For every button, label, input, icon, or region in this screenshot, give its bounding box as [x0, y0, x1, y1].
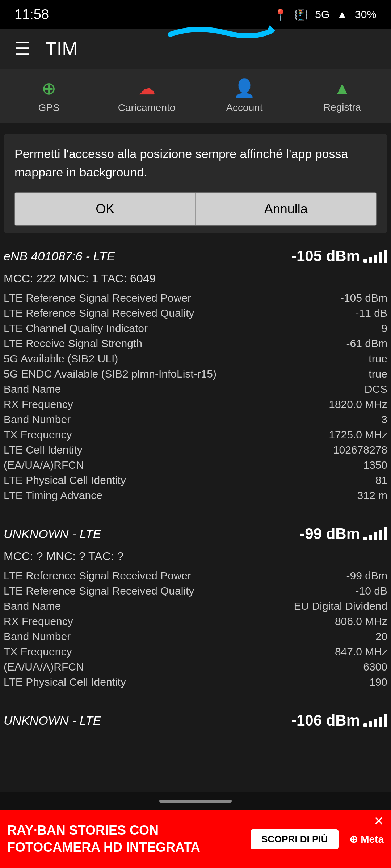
hamburger-icon[interactable]: ☰ — [14, 38, 31, 59]
cell1-header: eNB 401087:6 - LTE -105 dBm — [4, 244, 387, 268]
cell-data-label: LTE Physical Cell Identity — [4, 474, 126, 486]
cell2-header: UNKNOWN - LTE -99 dBm — [4, 522, 387, 546]
cell-data-value: -11 dB — [356, 307, 387, 319]
cell-section-2: UNKNOWN - LTE -99 dBm MCC: ? MNC: ? TAC:… — [4, 522, 387, 690]
tab-caricamento-label: Caricamento — [118, 102, 176, 114]
cell-data-value: 6300 — [363, 661, 387, 673]
cell1-data-rows: LTE Reference Signal Received Power-105 … — [4, 290, 387, 503]
cell1-title: eNB 401087:6 - LTE — [4, 249, 115, 263]
tab-gps[interactable]: ⊕ GPS — [16, 78, 81, 114]
bar5 — [384, 250, 387, 263]
ad-banner: RAY·BAN STORIES CONFOTOCAMERA HD INTEGRA… — [0, 810, 391, 868]
cell-data-value: 312 m — [357, 489, 387, 502]
cell-data-value: 847.0 MHz — [335, 646, 387, 658]
cell-data-row: LTE Physical Cell Identity190 — [4, 675, 387, 690]
signal-icon: ▲ — [337, 8, 348, 21]
tab-caricamento[interactable]: ☁ Caricamento — [114, 78, 179, 114]
bar4 — [379, 717, 382, 727]
bar3 — [374, 532, 377, 540]
annotation-arrow — [167, 22, 275, 43]
cell-data-value: 81 — [375, 474, 387, 486]
cell-data-value: 806.0 MHz — [335, 615, 387, 627]
cell-data-value: 1350 — [363, 459, 387, 471]
nav-tabs: ⊕ GPS ☁ Caricamento 👤 Account ▲ Registra — [0, 69, 391, 123]
cell-data-label: LTE Cell Identity — [4, 444, 83, 456]
cell2-data-rows: LTE Reference Signal Received Power-99 d… — [4, 568, 387, 690]
cell-data-value: 3 — [381, 413, 387, 426]
battery-label: 30% — [355, 8, 377, 21]
cell1-signal: -105 dBm — [291, 247, 387, 265]
cell1-signal-value: -105 dBm — [291, 247, 360, 265]
cell-data-label: RX Frequency — [4, 615, 73, 627]
cell-data-label: Band Name — [4, 600, 61, 612]
status-icons: 📍 📳 5G ▲ 30% — [274, 8, 377, 21]
cell-data-label: LTE Receive Signal Strength — [4, 337, 142, 350]
cell-data-row: Band Number20 — [4, 629, 387, 644]
cell-data-row: LTE Receive Signal Strength-61 dBm — [4, 336, 387, 351]
vibrate-icon: 📳 — [294, 8, 308, 21]
cell-data-row: Band NameEU Digital Dividend — [4, 599, 387, 614]
cell-data-row: RX Frequency806.0 MHz — [4, 614, 387, 629]
location-icon: 📍 — [274, 8, 287, 21]
bar1 — [363, 537, 367, 540]
app-title: TIM — [45, 38, 78, 60]
bar4 — [379, 252, 382, 263]
scopri-button[interactable]: SCOPRI DI PIÙ — [251, 829, 339, 849]
cell2-signal-value: -99 dBm — [300, 525, 360, 542]
cell-section-1: eNB 401087:6 - LTE -105 dBm MCC: 222 MNC… — [4, 244, 387, 503]
bar2 — [369, 257, 372, 263]
cell3-signal-value: -106 dBm — [291, 712, 360, 729]
cell-data-label: LTE Channel Quality Indicator — [4, 322, 148, 335]
tab-account-label: Account — [226, 102, 262, 114]
bar1 — [363, 723, 367, 727]
cell-data-value: 102678278 — [333, 444, 387, 456]
annulla-button[interactable]: Annulla — [196, 193, 377, 225]
tab-registra-label: Registra — [323, 102, 361, 113]
cell-data-row: LTE Cell Identity102678278 — [4, 442, 387, 458]
cell-data-value: 1820.0 MHz — [329, 398, 387, 410]
ad-content: RAY·BAN STORIES CONFOTOCAMERA HD INTEGRA… — [7, 822, 384, 856]
cell-data-label: (EA/UA/A)RFCN — [4, 459, 84, 471]
bar2 — [369, 535, 372, 540]
cell-data-row: (EA/UA/A)RFCN1350 — [4, 458, 387, 473]
cell-data-row: 5G ENDC Available (SIB2 plmn-InfoList-r1… — [4, 366, 387, 382]
cell-data-label: Band Number — [4, 630, 71, 643]
ad-close-button[interactable]: ✕ — [374, 814, 384, 828]
ok-button[interactable]: OK — [15, 193, 196, 225]
cell-data-value: true — [369, 353, 387, 365]
permission-text: Permetti l'accesso alla posizione sempre… — [14, 145, 377, 182]
cloud-icon: ☁ — [138, 78, 155, 98]
cell-data-value: true — [369, 368, 387, 380]
cell-data-value: 9 — [381, 322, 387, 335]
status-time: 11:58 — [14, 7, 49, 22]
tab-account[interactable]: 👤 Account — [212, 78, 277, 114]
cell-data-label: LTE Reference Signal Received Quality — [4, 307, 194, 319]
cell-data-value: -105 dBm — [340, 292, 387, 304]
cell-data-label: LTE Physical Cell Identity — [4, 676, 126, 688]
cell-data-label: LTE Reference Signal Received Power — [4, 570, 191, 582]
cell-data-label: 5G Available (SIB2 ULI) — [4, 353, 118, 365]
section-divider-2 — [4, 701, 387, 701]
cell-data-row: RX Frequency1820.0 MHz — [4, 397, 387, 412]
tab-registra[interactable]: ▲ Registra — [310, 78, 375, 113]
gps-icon: ⊕ — [42, 78, 56, 98]
cell-data-row: LTE Reference Signal Received Power-105 … — [4, 290, 387, 306]
permission-dialog: Permetti l'accesso alla posizione sempre… — [4, 134, 387, 233]
cell-data-row: LTE Reference Signal Received Quality-10… — [4, 583, 387, 599]
ad-text: RAY·BAN STORIES CONFOTOCAMERA HD INTEGRA… — [7, 822, 240, 856]
cell-data-value: 20 — [375, 630, 387, 643]
cell2-signal-bars — [363, 527, 387, 540]
cell-data-label: LTE Reference Signal Received Quality — [4, 585, 194, 597]
cell-data-row: Band NameDCS — [4, 382, 387, 397]
cell-data-row: Band Number3 — [4, 412, 387, 427]
ad-title: RAY·BAN STORIES CONFOTOCAMERA HD INTEGRA… — [7, 822, 240, 856]
permission-buttons: OK Annulla — [14, 192, 377, 226]
meta-logo: ⊕ Meta — [349, 833, 384, 845]
cell-data-label: RX Frequency — [4, 398, 73, 410]
account-icon: 👤 — [234, 78, 255, 98]
cell-data-row: LTE Physical Cell Identity81 — [4, 473, 387, 488]
cell-data-label: Band Number — [4, 413, 71, 426]
cell-data-value: EU Digital Dividend — [294, 600, 387, 612]
network-label: 5G — [315, 8, 329, 21]
tab-gps-label: GPS — [38, 102, 59, 114]
